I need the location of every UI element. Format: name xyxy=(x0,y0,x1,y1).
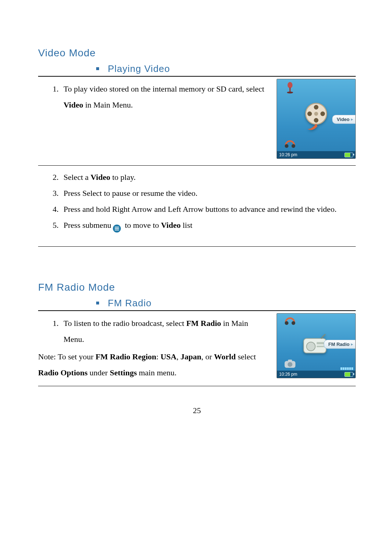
text: select xyxy=(236,352,256,361)
svg-point-6 xyxy=(314,112,318,116)
label-text: FM Radio xyxy=(328,342,350,347)
text-bold: Video xyxy=(91,173,110,182)
text: to move to xyxy=(123,221,161,230)
text: , xyxy=(176,352,180,361)
film-reel-icon xyxy=(300,100,332,134)
text: : xyxy=(156,352,161,361)
device-side-icons xyxy=(280,315,300,369)
video-step-3: Press Select to pause or resume the vide… xyxy=(61,185,356,201)
text: Select a xyxy=(64,173,91,182)
svg-point-10 xyxy=(320,112,325,116)
text-bold: Japan xyxy=(180,352,201,361)
fm-content-row: To listen to the radio broadcast, select… xyxy=(38,313,356,386)
device-side-icons xyxy=(280,81,300,150)
fm-note: Note: To set your FM Radio Region: USA, … xyxy=(38,349,269,381)
svg-point-9 xyxy=(307,112,312,116)
sub-heading-video: Playing Video xyxy=(108,63,170,74)
video-step-5: Press submenu to move to Video list xyxy=(61,217,356,233)
battery-icon xyxy=(344,372,353,377)
text: To play video stored on the internal mem… xyxy=(64,84,264,93)
video-steps-2: Select a Video to play. Press Select to … xyxy=(38,169,356,233)
fm-steps: To listen to the radio broadcast, select… xyxy=(38,315,269,347)
fm-step-1: To listen to the radio broadcast, select… xyxy=(61,315,269,347)
svg-rect-22 xyxy=(317,342,324,344)
video-step-1: To play video stored on the internal mem… xyxy=(61,81,269,113)
video-step-4: Press and hold Right Arrow and Left Arro… xyxy=(61,201,356,217)
video-steps-1: To play video stored on the internal mem… xyxy=(38,81,269,113)
device-screenshot-fm: FM Radio ▸ 10:26 pm xyxy=(277,313,356,378)
bullet-icon xyxy=(96,302,99,304)
section-heading-video: Video Mode xyxy=(38,47,356,59)
battery-icon xyxy=(344,153,353,157)
svg-rect-1 xyxy=(289,88,290,92)
device-label-fm: FM Radio ▸ xyxy=(324,340,356,349)
headphones-icon xyxy=(283,315,297,327)
device-statusbar: 10:26 pm xyxy=(277,371,355,378)
text: list xyxy=(181,221,192,230)
device-time: 10:26 pm xyxy=(279,152,297,157)
page-number: 25 xyxy=(38,406,356,415)
svg-rect-13 xyxy=(115,228,119,229)
svg-point-15 xyxy=(285,321,289,325)
svg-point-21 xyxy=(307,342,315,351)
text-bold: Video xyxy=(161,221,181,230)
device-time: 10:26 pm xyxy=(279,372,297,377)
text: under xyxy=(87,368,110,377)
text: main menu. xyxy=(137,368,176,377)
text-bold: Radio Options xyxy=(38,368,87,377)
svg-point-16 xyxy=(291,321,295,325)
microphone-icon xyxy=(283,81,297,94)
text: to play. xyxy=(110,173,136,182)
text-bold: Settings xyxy=(110,368,137,377)
svg-point-4 xyxy=(291,144,295,148)
text: Press submenu xyxy=(64,221,111,230)
svg-line-24 xyxy=(321,334,326,338)
sub-heading-fm: FM Radio xyxy=(108,298,152,309)
svg-rect-19 xyxy=(288,360,292,362)
text-bold: USA xyxy=(160,352,176,361)
video-step1-row: To play video stored on the internal mem… xyxy=(38,79,356,166)
chevron-right-icon: ▸ xyxy=(351,342,353,347)
text-bold: FM Radio xyxy=(186,319,221,328)
submenu-icon xyxy=(113,222,121,230)
svg-point-2 xyxy=(287,92,293,93)
camera-icon xyxy=(283,359,297,369)
decor-stripes xyxy=(340,367,353,370)
section-heading-fm: FM Radio Mode xyxy=(38,282,356,293)
svg-point-0 xyxy=(287,82,293,88)
device-statusbar: 10:26 pm xyxy=(277,151,355,158)
svg-rect-23 xyxy=(317,346,324,347)
sub-heading-row-video: Playing Video xyxy=(38,63,356,77)
text: Press Select to pause or resume the vide… xyxy=(64,189,197,198)
text: , or xyxy=(201,352,214,361)
text: in Main Menu. xyxy=(83,100,133,109)
svg-point-3 xyxy=(285,144,289,148)
sub-heading-row-fm: FM Radio xyxy=(38,298,356,311)
device-label-video: Video ▸ xyxy=(332,115,355,124)
label-text: Video xyxy=(337,117,350,122)
device-screenshot-video: Video ▸ 10:26 pm xyxy=(277,79,356,159)
headphones-icon xyxy=(283,137,297,150)
svg-rect-14 xyxy=(115,230,119,230)
text: To listen to the radio broadcast, select xyxy=(64,319,186,328)
text-bold: World xyxy=(214,352,236,361)
text-bold: FM Radio Region xyxy=(95,352,156,361)
svg-point-7 xyxy=(314,105,319,110)
text-bold: Video xyxy=(64,100,83,109)
chevron-right-icon: ▸ xyxy=(351,117,353,122)
text: Note: To set your xyxy=(38,352,95,361)
svg-point-8 xyxy=(314,118,319,123)
bullet-icon xyxy=(96,67,99,70)
text: Press and hold Right Arrow and Left Arro… xyxy=(64,205,336,214)
svg-point-18 xyxy=(287,362,292,367)
video-step-2: Select a Video to play. xyxy=(61,169,356,185)
svg-rect-12 xyxy=(115,227,119,227)
